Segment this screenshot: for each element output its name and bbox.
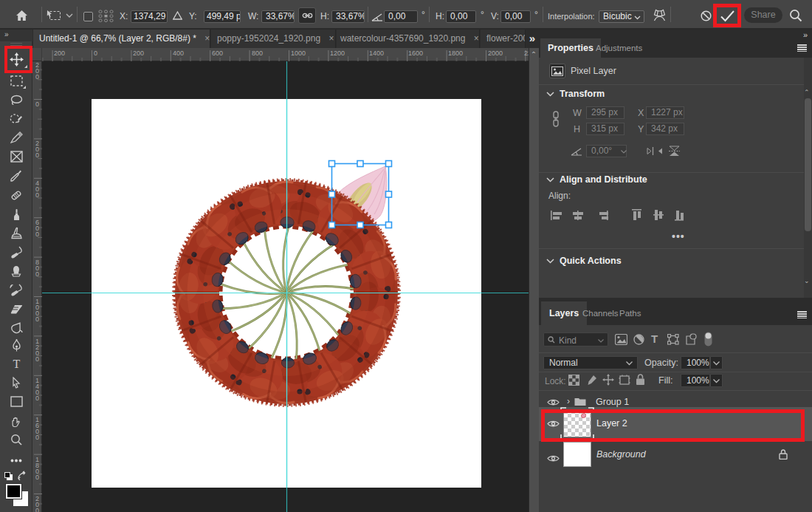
svg-text:T: T (13, 358, 20, 369)
